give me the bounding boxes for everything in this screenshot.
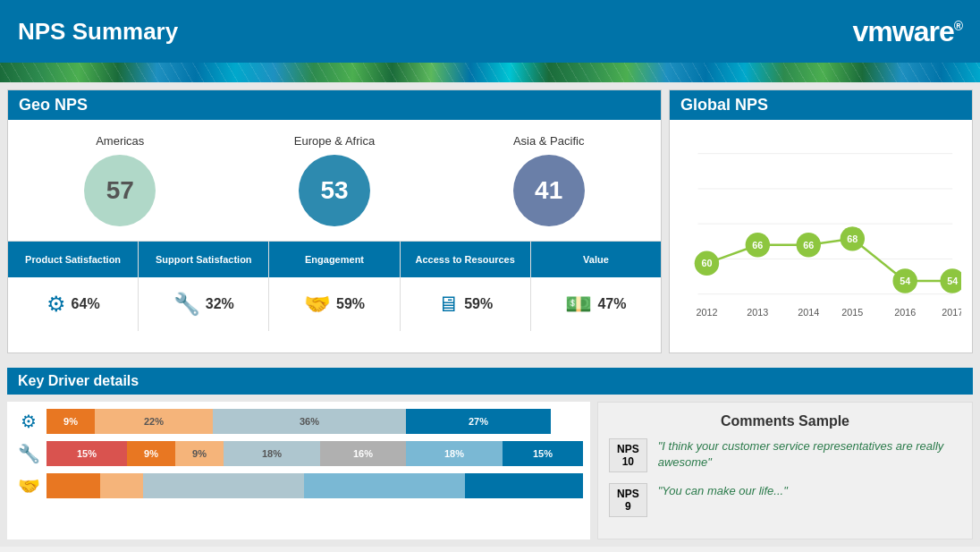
metric-pct-0: 64% xyxy=(72,296,100,312)
metric-icon-2: 🤝 xyxy=(304,292,331,317)
seg-2-2 xyxy=(143,473,304,498)
deco-band xyxy=(0,63,980,82)
seg-0-3: 27% xyxy=(406,409,551,434)
key-driver-section: Key Driver details ⚙ 9% 22% 36% 27% 🔧 15… xyxy=(0,361,980,547)
metric-support-satisfaction: Support Satisfaction 🔧 32% xyxy=(139,242,269,331)
chart-label-2016: 54 xyxy=(900,276,910,286)
metric-product-satisfaction: Product Satisfaction ⚙ 64% xyxy=(8,242,139,331)
metric-body-0: ⚙ 64% xyxy=(8,277,138,331)
seg-1-3: 18% xyxy=(224,441,320,466)
chart-x-2014: 2014 xyxy=(798,307,819,318)
seg-1-2: 9% xyxy=(175,441,224,466)
chart-x-2017: 2017 xyxy=(942,307,961,318)
asia-label: Asia & Pacific xyxy=(513,134,584,148)
geo-nps-title: Geo NPS xyxy=(8,90,661,120)
comments-title: Comments Sample xyxy=(609,413,961,429)
global-nps-title: Global NPS xyxy=(670,90,972,120)
chart-label-2013: 66 xyxy=(752,240,763,251)
seg-2-1 xyxy=(100,473,143,498)
metric-header-1: Support Satisfaction xyxy=(139,242,268,277)
geo-circles: Americas 57 Europe & Africa 53 Asia & Pa… xyxy=(8,120,661,241)
nps-badge-0: NPS 10 xyxy=(609,438,647,472)
vmware-logo: vmware® xyxy=(852,15,962,48)
global-chart-area: 60 66 66 68 54 54 2012 2013 2014 2015 20… xyxy=(670,120,972,352)
comment-text-1: "You can make our life..." xyxy=(658,483,788,499)
comments-panel: Comments Sample NPS 10 "I think your cus… xyxy=(597,402,973,539)
asia-circle: 41 xyxy=(513,155,585,226)
seg-0-2: 36% xyxy=(213,409,406,434)
chart-label-2015: 68 xyxy=(847,234,858,244)
vm-text: vmware® xyxy=(852,15,962,47)
bar-row-0: ⚙ 9% 22% 36% 27% xyxy=(14,409,583,434)
americas-circle: 57 xyxy=(84,155,156,226)
chart-x-2015: 2015 xyxy=(841,307,863,318)
page-title: NPS Summary xyxy=(18,18,178,46)
metric-body-2: 🤝 59% xyxy=(269,277,399,331)
metrics-row: Product Satisfaction ⚙ 64% Support Satis… xyxy=(8,241,661,331)
seg-0-1: 22% xyxy=(95,409,213,434)
key-driver-content: ⚙ 9% 22% 36% 27% 🔧 15% 9% 9% 18% 16% 18% xyxy=(7,402,973,539)
seg-1-1: 9% xyxy=(127,441,175,466)
metric-header-4: Value xyxy=(531,242,661,277)
seg-1-0: 15% xyxy=(46,441,127,466)
nps-value-0: 10 xyxy=(617,455,639,468)
geo-nps-panel: Geo NPS Americas 57 Europe & Africa 53 A… xyxy=(7,89,662,353)
seg-1-6: 15% xyxy=(503,441,583,466)
bar-row-2: 🤝 xyxy=(14,473,583,498)
europe-circle: 53 xyxy=(299,155,370,226)
metric-pct-1: 32% xyxy=(206,296,234,312)
bar-row-1: 🔧 15% 9% 9% 18% 16% 18% 15% xyxy=(14,441,583,466)
seg-2-3 xyxy=(304,473,465,498)
global-nps-chart: 60 66 66 68 54 54 2012 2013 2014 2015 20… xyxy=(680,134,961,331)
chart-label-2014: 66 xyxy=(803,240,814,251)
main-top: Geo NPS Americas 57 Europe & Africa 53 A… xyxy=(0,82,980,361)
comment-text-0: "I think your customer service represent… xyxy=(658,438,961,471)
nps-value-1: 9 xyxy=(617,500,639,513)
metric-access-resources: Access to Resources 🖥 59% xyxy=(401,242,531,331)
geo-item-europe: Europe & Africa 53 xyxy=(294,134,375,226)
header: NPS Summary vmware® xyxy=(0,0,980,63)
metric-pct-4: 47% xyxy=(597,296,626,312)
nps-badge-1: NPS 9 xyxy=(609,483,647,517)
seg-0-0: 9% xyxy=(46,409,95,434)
chart-label-2017: 54 xyxy=(947,276,958,286)
bars-panel: ⚙ 9% 22% 36% 27% 🔧 15% 9% 9% 18% 16% 18% xyxy=(7,402,590,539)
metric-pct-2: 59% xyxy=(336,296,365,312)
metric-engagement: Engagement 🤝 59% xyxy=(269,242,400,331)
bar-segments-0: 9% 22% 36% 27% xyxy=(46,409,583,434)
chart-x-2013: 2013 xyxy=(747,307,768,318)
metric-body-4: 💵 47% xyxy=(531,277,661,331)
bar-icon-1: 🔧 xyxy=(14,443,43,464)
seg-1-5: 18% xyxy=(406,441,503,466)
global-nps-panel: Global NPS 60 66 66 68 xyxy=(669,89,973,353)
metric-body-3: 🖥 59% xyxy=(401,277,530,331)
americas-label: Americas xyxy=(96,134,144,148)
metric-icon-1: 🔧 xyxy=(173,292,200,317)
metric-header-0: Product Satisfaction xyxy=(8,242,138,277)
metric-icon-0: ⚙ xyxy=(46,292,66,317)
bar-segments-1: 15% 9% 9% 18% 16% 18% 15% xyxy=(46,441,583,466)
nps-label-0: NPS xyxy=(617,443,639,455)
key-driver-title: Key Driver details xyxy=(7,368,973,395)
metric-header-3: Access to Resources xyxy=(401,242,530,277)
nps-label-1: NPS xyxy=(617,488,639,500)
geo-item-asia: Asia & Pacific 41 xyxy=(513,134,585,226)
chart-x-2016: 2016 xyxy=(894,307,916,318)
bar-icon-0: ⚙ xyxy=(14,411,43,432)
europe-label: Europe & Africa xyxy=(294,134,375,148)
metric-pct-3: 59% xyxy=(464,296,493,312)
bar-segments-2 xyxy=(46,473,583,498)
comment-block-1: NPS 9 "You can make our life..." xyxy=(609,483,961,517)
seg-1-4: 16% xyxy=(320,441,406,466)
seg-2-4 xyxy=(465,473,583,498)
metric-icon-4: 💵 xyxy=(565,292,592,317)
metric-value: Value 💵 47% xyxy=(531,242,661,331)
metric-body-1: 🔧 32% xyxy=(139,277,268,331)
geo-item-americas: Americas 57 xyxy=(84,134,156,226)
metric-header-2: Engagement xyxy=(269,242,399,277)
seg-2-0 xyxy=(46,473,100,498)
chart-label-2012: 60 xyxy=(701,258,712,268)
chart-x-2012: 2012 xyxy=(696,307,717,318)
comment-block-0: NPS 10 "I think your customer service re… xyxy=(609,438,961,472)
metric-icon-3: 🖥 xyxy=(437,292,459,317)
